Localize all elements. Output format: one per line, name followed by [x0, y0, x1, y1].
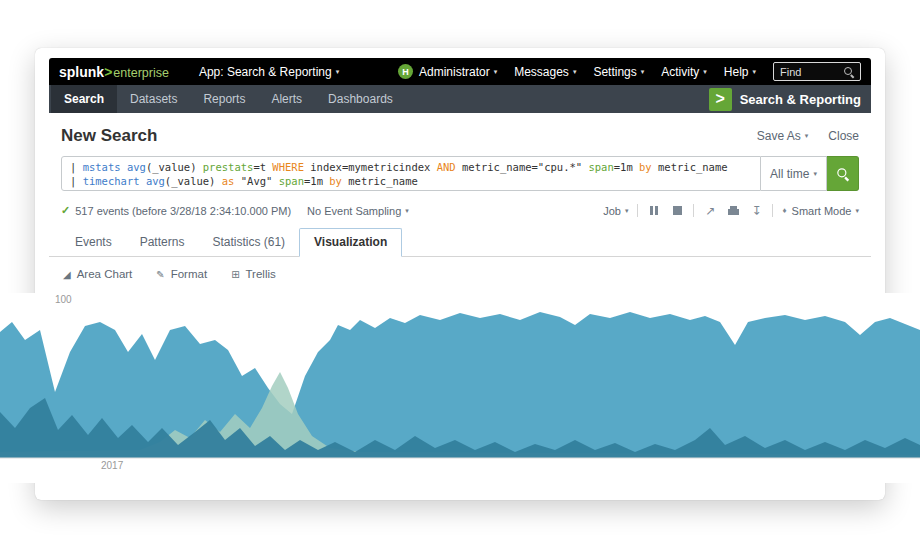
nav-alerts-label: Alerts	[271, 92, 302, 106]
close-label: Close	[828, 129, 859, 143]
smart-mode-icon: ♦	[782, 206, 786, 215]
job-menu-label: Job	[603, 205, 621, 217]
results-tabs: Events Patterns Statistics (61) Visualiz…	[49, 228, 871, 257]
caret-down-icon: ▾	[625, 207, 629, 215]
divider	[637, 204, 638, 217]
user-avatar: H	[398, 64, 413, 79]
nav-item-alerts[interactable]: Alerts	[258, 85, 315, 113]
event-sampling-menu[interactable]: No Event Sampling ▾	[307, 205, 409, 217]
caret-down-icon: ▾	[494, 68, 498, 76]
query-line-1: | mstats avg(_value) prestats=t WHERE in…	[70, 160, 752, 174]
nav-item-dashboards[interactable]: Dashboards	[315, 85, 406, 113]
print-icon	[728, 209, 739, 215]
caret-down-icon: ▾	[703, 68, 707, 76]
run-search-button[interactable]	[827, 156, 859, 191]
close-button[interactable]: Close	[828, 129, 859, 143]
x-axis-label: 2017	[101, 460, 123, 471]
search-query-input[interactable]: | mstats avg(_value) prestats=t WHERE in…	[61, 156, 761, 191]
trellis-button[interactable]: ⊞ Trellis	[231, 268, 276, 280]
pencil-icon: ✎	[156, 269, 164, 280]
nav-datasets-label: Datasets	[130, 92, 177, 106]
time-range-picker[interactable]: All time ▾	[761, 156, 827, 191]
area-chart-icon: ◢	[63, 269, 71, 280]
share-job-button[interactable]: ↗	[703, 205, 717, 217]
share-icon: ↗	[705, 205, 715, 217]
tab-statistics[interactable]: Statistics (61)	[198, 229, 299, 256]
activity-label: Activity	[661, 65, 699, 79]
caret-down-icon: ▾	[573, 68, 577, 76]
area-chart-panel: 100 2017	[0, 293, 920, 483]
nav-item-search[interactable]: Search	[51, 85, 117, 113]
find-placeholder: Find	[780, 66, 801, 78]
print-button[interactable]	[726, 205, 740, 217]
search-page-content: New Search Save As ▾ Close | mstats avg(…	[49, 113, 871, 280]
query-line-2: | timechart avg(_value) as "Avg" span=1m…	[70, 174, 752, 188]
nav-item-reports[interactable]: Reports	[190, 85, 258, 113]
messages-menu[interactable]: Messages ▾	[514, 65, 576, 79]
help-menu[interactable]: Help ▾	[724, 65, 756, 79]
pause-icon	[650, 206, 658, 215]
time-range-label: All time	[770, 167, 809, 181]
activity-menu[interactable]: Activity ▾	[661, 65, 707, 79]
save-as-label: Save As	[757, 129, 801, 143]
tab-visualization[interactable]: Visualization	[299, 228, 402, 257]
user-menu[interactable]: H Administrator ▾	[398, 64, 497, 79]
app-menu-label: App: Search & Reporting	[199, 65, 332, 79]
format-button[interactable]: ✎ Format	[156, 268, 207, 280]
find-search-input[interactable]: Find	[773, 62, 861, 81]
search-bar-group: | mstats avg(_value) prestats=t WHERE in…	[61, 156, 859, 191]
settings-label: Settings	[593, 65, 636, 79]
chart-type-label: Area Chart	[77, 268, 133, 280]
visualization-toolbar: ◢ Area Chart ✎ Format ⊞ Trellis	[49, 257, 871, 280]
caret-down-icon: ▾	[855, 207, 859, 215]
caret-down-icon: ▾	[813, 170, 817, 178]
event-sampling-label: No Event Sampling	[307, 205, 401, 217]
page-header: New Search Save As ▾ Close	[49, 113, 871, 146]
nav-search-label: Search	[64, 92, 104, 106]
logo-gt-icon: >	[104, 64, 112, 80]
divider	[772, 204, 773, 217]
pause-job-button[interactable]	[647, 205, 661, 217]
job-controls: Job ▾ ↗ ↧ ♦ Smart Mode	[603, 204, 859, 217]
current-app-badge[interactable]: > Search & Reporting	[709, 85, 871, 113]
chart-type-picker[interactable]: ◢ Area Chart	[63, 268, 132, 280]
job-menu[interactable]: Job ▾	[603, 205, 628, 217]
logo-product-text: enterprise	[113, 66, 169, 80]
stop-icon	[673, 206, 682, 215]
logo-splunk-text: splunk	[59, 64, 104, 80]
help-label: Help	[724, 65, 749, 79]
nav-reports-label: Reports	[203, 92, 245, 106]
caret-down-icon: ▾	[405, 207, 409, 215]
splunk-app-icon: >	[709, 88, 732, 111]
caret-down-icon: ▾	[336, 68, 340, 76]
y-axis-tick: 100	[55, 294, 72, 305]
job-status-bar: ✓ 517 events (before 3/28/18 2:34:10.000…	[61, 204, 859, 217]
search-mode-menu[interactable]: ♦ Smart Mode ▾	[782, 205, 859, 217]
export-button[interactable]: ↧	[749, 205, 763, 217]
nav-item-datasets[interactable]: Datasets	[117, 85, 190, 113]
search-icon	[844, 67, 854, 77]
caret-down-icon: ▾	[641, 68, 645, 76]
save-as-button[interactable]: Save As ▾	[757, 129, 809, 143]
messages-label: Messages	[514, 65, 569, 79]
settings-menu[interactable]: Settings ▾	[593, 65, 644, 79]
page-background: splunk > enterprise App: Search & Report…	[0, 0, 920, 544]
current-app-name: Search & Reporting	[740, 92, 861, 107]
tab-events[interactable]: Events	[61, 229, 126, 256]
area-chart[interactable]	[0, 293, 920, 463]
splunk-logo[interactable]: splunk > enterprise	[59, 64, 169, 80]
event-count-text: 517 events (before 3/28/18 2:34:10.000 P…	[75, 205, 291, 217]
nav-dashboards-label: Dashboards	[328, 92, 393, 106]
caret-down-icon: ▾	[752, 68, 756, 76]
format-label: Format	[171, 268, 207, 280]
topbar-right-group: H Administrator ▾ Messages ▾ Settings ▾ …	[398, 62, 861, 81]
tab-patterns[interactable]: Patterns	[126, 229, 199, 256]
app-menu[interactable]: App: Search & Reporting ▾	[199, 65, 339, 79]
stop-job-button[interactable]	[670, 205, 684, 217]
search-icon	[837, 168, 849, 180]
trellis-icon: ⊞	[231, 269, 239, 280]
check-icon: ✓	[61, 204, 70, 217]
smart-mode-label: Smart Mode	[792, 205, 852, 217]
divider	[693, 204, 694, 217]
page-title: New Search	[61, 126, 157, 146]
